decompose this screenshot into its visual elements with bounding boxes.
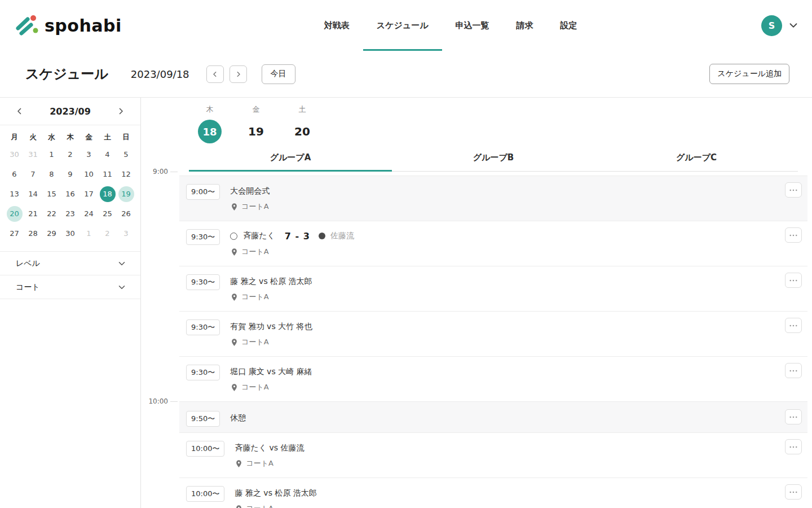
calendar-day[interactable]: 24 bbox=[80, 204, 98, 224]
nav-item[interactable]: 申込一覧 bbox=[442, 0, 503, 51]
nav-item[interactable]: 対戦表 bbox=[311, 0, 363, 51]
row-menu-button[interactable] bbox=[785, 409, 802, 424]
schedule-row[interactable]: 9:00〜 大会開会式 コートA bbox=[179, 176, 807, 221]
event-title: 有賀 雅功 vs 大竹 将也 bbox=[230, 319, 312, 334]
calendar-day[interactable]: 3 bbox=[117, 224, 135, 243]
event-title: 休憩 bbox=[230, 410, 246, 425]
schedule-row[interactable]: 9:50〜 休憩 bbox=[179, 402, 807, 433]
calendar-day[interactable]: 21 bbox=[24, 204, 42, 224]
schedule-row[interactable]: 9:30〜 斉藤たく 7 - 3 佐藤流 コートA bbox=[179, 221, 807, 266]
row-menu-button[interactable] bbox=[785, 484, 802, 500]
calendar-day[interactable]: 14 bbox=[24, 184, 42, 204]
day-column[interactable]: 土 20 bbox=[279, 103, 325, 145]
location-pin-icon bbox=[230, 203, 239, 211]
filter-dropdown[interactable]: コート bbox=[0, 275, 140, 299]
row-menu-button[interactable] bbox=[785, 182, 802, 198]
calendar-day[interactable]: 27 bbox=[5, 224, 24, 243]
calendar-day[interactable]: 25 bbox=[98, 204, 117, 224]
calendar-day[interactable]: 30 bbox=[61, 224, 80, 243]
day-weekday-label: 木 bbox=[187, 103, 233, 116]
calendar-day[interactable]: 6 bbox=[5, 164, 24, 184]
filter-label: レベル bbox=[16, 259, 40, 269]
calendar-day[interactable]: 31 bbox=[24, 144, 42, 164]
calendar-day[interactable]: 15 bbox=[42, 184, 61, 204]
day-column[interactable]: 金 19 bbox=[233, 103, 279, 145]
more-horizontal-icon bbox=[788, 321, 798, 331]
calendar-prev-month-button[interactable] bbox=[14, 105, 26, 117]
calendar-day[interactable]: 22 bbox=[42, 204, 61, 224]
location-name: コートA bbox=[241, 202, 269, 212]
calendar-day[interactable]: 19 bbox=[117, 184, 135, 204]
schedule-row[interactable]: 9:30〜 藤 雅之 vs 松原 浩太郎 コートA bbox=[179, 266, 807, 312]
next-day-button[interactable] bbox=[230, 65, 247, 83]
schedule-row[interactable]: 10:00〜 藤 雅之 vs 松原 浩太郎 コートA bbox=[179, 478, 807, 508]
calendar-day[interactable]: 2 bbox=[98, 224, 117, 243]
schedule-row[interactable]: 10:00〜 斉藤たく vs 佐藤流 コートA bbox=[179, 433, 807, 478]
calendar-day[interactable]: 2 bbox=[61, 144, 80, 164]
mini-calendar: 3031123456789101112131415161718192021222… bbox=[0, 144, 140, 252]
logo[interactable]: spohabi bbox=[14, 13, 122, 38]
calendar-day[interactable]: 8 bbox=[42, 164, 61, 184]
location: コートA bbox=[230, 292, 312, 302]
row-content: 休憩 bbox=[230, 410, 246, 425]
group-tab[interactable]: グループA bbox=[189, 145, 392, 171]
row-menu-button[interactable] bbox=[785, 363, 802, 378]
calendar-day[interactable]: 18 bbox=[98, 184, 117, 204]
calendar-day[interactable]: 1 bbox=[80, 224, 98, 243]
calendar-day[interactable]: 16 bbox=[61, 184, 80, 204]
chevron-right-icon bbox=[234, 70, 242, 78]
group-tab[interactable]: グループC bbox=[595, 145, 798, 171]
calendar-day[interactable]: 4 bbox=[98, 144, 117, 164]
calendar-day-number: 3 bbox=[81, 147, 97, 163]
calendar-day[interactable]: 20 bbox=[5, 204, 24, 224]
mini-calendar-header: 2023/09 bbox=[0, 98, 140, 125]
schedule-row[interactable]: 9:30〜 有賀 雅功 vs 大竹 将也 コートA bbox=[179, 312, 807, 357]
calendar-day[interactable]: 13 bbox=[5, 184, 24, 204]
calendar-day[interactable]: 10 bbox=[80, 164, 98, 184]
calendar-day[interactable]: 29 bbox=[42, 224, 61, 243]
calendar-day[interactable]: 17 bbox=[80, 184, 98, 204]
group-tab[interactable]: グループB bbox=[392, 145, 595, 171]
chevron-down-icon bbox=[117, 282, 127, 292]
nav-item[interactable]: 設定 bbox=[547, 0, 591, 51]
calendar-day[interactable]: 9 bbox=[61, 164, 80, 184]
account-chevron-down-icon[interactable] bbox=[787, 19, 800, 32]
day-weekday-label: 金 bbox=[233, 103, 279, 116]
location-name: コートA bbox=[246, 458, 273, 468]
row-menu-button[interactable] bbox=[785, 227, 802, 243]
calendar-day[interactable]: 1 bbox=[42, 144, 61, 164]
calendar-day[interactable]: 11 bbox=[98, 164, 117, 184]
location: コートA bbox=[235, 503, 316, 508]
nav-item-label: 設定 bbox=[561, 20, 577, 31]
event-title: 斉藤たく vs 佐藤流 bbox=[235, 440, 304, 455]
calendar-next-month-button[interactable] bbox=[114, 105, 127, 117]
row-menu-button[interactable] bbox=[785, 273, 802, 288]
row-menu-button[interactable] bbox=[785, 318, 802, 333]
day-column[interactable]: 木 18 bbox=[187, 103, 233, 145]
nav-item[interactable]: スケジュール bbox=[363, 0, 442, 51]
row-menu-button[interactable] bbox=[785, 439, 802, 454]
filter-dropdown[interactable]: レベル bbox=[0, 252, 140, 275]
calendar-day[interactable]: 7 bbox=[24, 164, 42, 184]
calendar-weekday-label: 水 bbox=[42, 130, 61, 144]
avatar[interactable]: S bbox=[761, 15, 782, 36]
calendar-day-number: 7 bbox=[25, 167, 41, 182]
schedule-row[interactable]: 9:30〜 堀口 康文 vs 大崎 麻緒 コートA bbox=[179, 357, 807, 402]
today-button[interactable]: 今日 bbox=[262, 64, 295, 84]
time-label: 10:00 bbox=[141, 396, 168, 406]
calendar-day[interactable]: 30 bbox=[5, 144, 24, 164]
calendar-day[interactable]: 28 bbox=[24, 224, 42, 243]
location-name: コートA bbox=[241, 247, 269, 257]
calendar-day-number: 22 bbox=[44, 206, 60, 222]
calendar-weekday-row: 月火水木金土日 bbox=[0, 130, 140, 144]
calendar-day[interactable]: 23 bbox=[61, 204, 80, 224]
nav-item[interactable]: 請求 bbox=[503, 0, 547, 51]
calendar-day[interactable]: 5 bbox=[117, 144, 135, 164]
more-horizontal-icon bbox=[788, 185, 798, 195]
add-schedule-button[interactable]: スケジュール追加 bbox=[709, 64, 789, 84]
calendar-day[interactable]: 12 bbox=[117, 164, 135, 184]
calendar-day[interactable]: 3 bbox=[80, 144, 98, 164]
calendar-weekday-label: 金 bbox=[80, 130, 98, 144]
calendar-day[interactable]: 26 bbox=[117, 204, 135, 224]
prev-day-button[interactable] bbox=[206, 65, 224, 83]
